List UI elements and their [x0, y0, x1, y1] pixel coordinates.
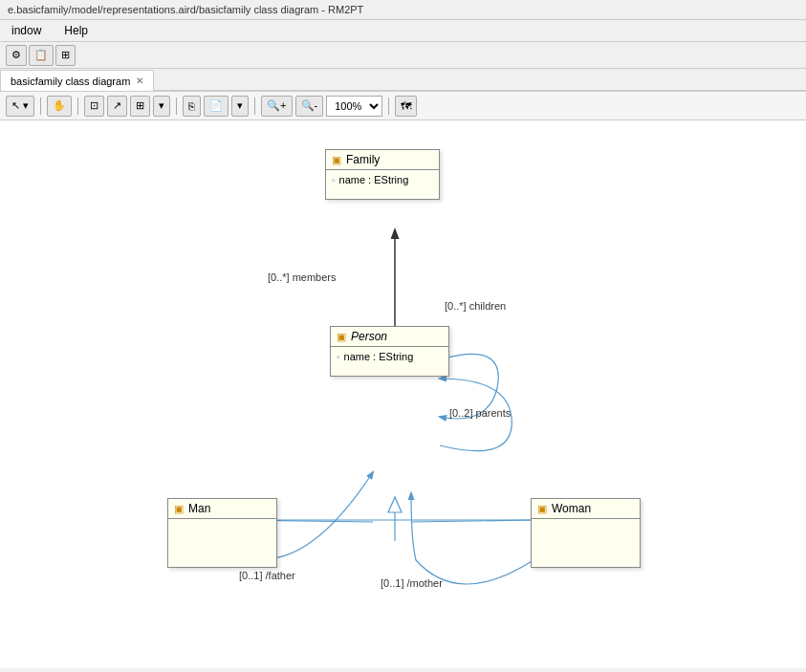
person-attr-name-text: name : EString: [344, 351, 414, 362]
sep2: [77, 98, 78, 115]
export-btn[interactable]: ↗: [107, 96, 127, 117]
tab-bar: basicfamily class diagram ✕: [0, 69, 806, 92]
person-class-header: ▣ Person: [331, 327, 448, 347]
zoom-in-btn[interactable]: 🔍+: [261, 96, 292, 117]
sep4: [254, 98, 255, 115]
members-label: [0..*] members: [268, 271, 337, 283]
tab-close-icon[interactable]: ✕: [136, 76, 143, 86]
children-label: [0..*] children: [445, 300, 506, 312]
svg-line-2: [411, 520, 534, 522]
man-class-icon: ▣: [174, 503, 184, 515]
family-attr-name-text: name : EString: [339, 174, 409, 185]
tab-label: basicfamily class diagram: [11, 76, 130, 87]
arrange-btn[interactable]: ▾: [153, 96, 170, 117]
man-class-name: Man: [188, 502, 210, 515]
zoom-select[interactable]: 50% 75% 100% 150% 200%: [326, 96, 382, 117]
family-class-name: Family: [346, 153, 380, 166]
menu-bar: indow Help: [0, 20, 806, 42]
person-class-body: ▫ name : EString: [331, 347, 448, 376]
toolbar-btn-3[interactable]: ⊞: [55, 45, 76, 66]
woman-class-header: ▣ Woman: [532, 499, 640, 519]
person-attr-name: ▫ name : EString: [337, 351, 443, 362]
layout-btn[interactable]: ⊞: [130, 96, 150, 117]
paste-btn2[interactable]: ▾: [231, 96, 249, 117]
attr-icon-1: ▫: [332, 175, 336, 185]
select-tool[interactable]: ↖ ▾: [6, 96, 34, 117]
man-class-header: ▣ Man: [168, 499, 276, 519]
toolbar-top: ⚙ 📋 ⊞: [0, 42, 806, 69]
person-class-icon: ▣: [337, 331, 346, 343]
parents-label: [0..2] parents: [449, 407, 511, 419]
family-class-body: ▫ name : EString: [326, 170, 439, 199]
attr-icon-2: ▫: [337, 352, 340, 362]
woman-class[interactable]: ▣ Woman: [531, 498, 641, 568]
sep1: [40, 98, 41, 115]
diagram-tab[interactable]: basicfamily class diagram ✕: [0, 70, 154, 91]
man-class-body: [168, 519, 276, 567]
map-btn[interactable]: 🗺: [395, 96, 417, 117]
father-label: [0..1] /father: [239, 570, 295, 581]
paste-btn[interactable]: 📄: [204, 96, 229, 117]
person-class[interactable]: ▣ Person ▫ name : EString: [330, 326, 449, 377]
menu-window[interactable]: indow: [8, 22, 45, 39]
toolbar-btn-2[interactable]: 📋: [29, 45, 54, 66]
family-class[interactable]: ▣ Family ▫ name : EString: [325, 149, 440, 200]
woman-class-name: Woman: [552, 502, 591, 515]
woman-class-body: [532, 519, 640, 567]
man-class[interactable]: ▣ Man: [167, 498, 277, 568]
family-attr-name: ▫ name : EString: [332, 174, 433, 185]
sep5: [388, 98, 389, 115]
diagram-canvas: ▣ Family ▫ name : EString ▣ Person ▫ nam…: [0, 120, 806, 668]
title-bar: e.basicfamily/model/representations.aird…: [0, 0, 806, 20]
sep3: [176, 98, 177, 115]
mother-label: [0..1] /mother: [381, 577, 443, 589]
person-class-name: Person: [351, 330, 387, 343]
svg-marker-6: [388, 497, 402, 512]
family-class-header: ▣ Family: [326, 150, 439, 170]
copy-btn[interactable]: ⎘: [183, 96, 201, 117]
toolbar-btn-1[interactable]: ⚙: [6, 45, 27, 66]
diagram-toolbar: ↖ ▾ ✋ ⊡ ↗ ⊞ ▾ ⎘ 📄 ▾ 🔍+ 🔍- 50% 75% 100% 1…: [0, 92, 806, 120]
zoom-out-btn[interactable]: 🔍-: [295, 96, 324, 117]
hand-tool[interactable]: ✋: [47, 96, 72, 117]
family-class-icon: ▣: [332, 154, 341, 166]
woman-class-icon: ▣: [537, 503, 547, 515]
title-text: e.basicfamily/model/representations.aird…: [8, 4, 363, 15]
zoom-fit-btn[interactable]: ⊡: [84, 96, 104, 117]
menu-help[interactable]: Help: [60, 22, 92, 39]
